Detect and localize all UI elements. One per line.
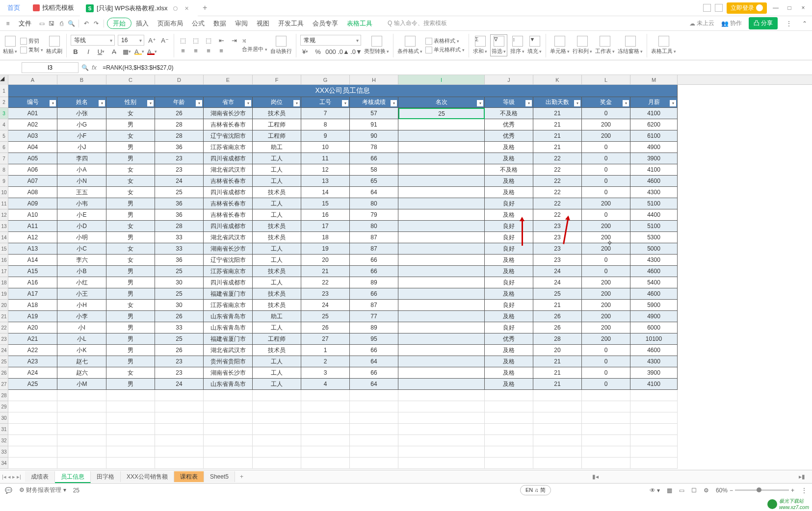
- data-cell[interactable]: 福建省厦门市: [204, 288, 253, 300]
- data-cell[interactable]: 工程师: [253, 130, 301, 142]
- data-cell[interactable]: 5100: [630, 198, 678, 209]
- column-header[interactable]: 编号▾: [8, 97, 57, 108]
- fx-icon[interactable]: fx: [92, 64, 97, 71]
- data-cell[interactable]: 21: [533, 367, 582, 379]
- empty-cell[interactable]: [301, 424, 350, 435]
- data-cell[interactable]: 25: [155, 288, 204, 300]
- fill-button[interactable]: ▼填充▾: [527, 36, 542, 55]
- data-cell[interactable]: 4900: [630, 142, 678, 153]
- cloud-status[interactable]: ☁ 未上云: [689, 19, 714, 27]
- row-header[interactable]: 17: [0, 266, 8, 277]
- share-button[interactable]: 凸 分享: [749, 17, 778, 29]
- row-header[interactable]: 34: [0, 458, 8, 469]
- empty-cell[interactable]: [630, 390, 678, 401]
- empty-cell[interactable]: [301, 446, 350, 458]
- data-cell[interactable]: 22: [533, 209, 582, 221]
- data-cell[interactable]: 25: [301, 311, 350, 322]
- data-cell[interactable]: 女: [106, 187, 155, 198]
- data-cell[interactable]: 男: [106, 232, 155, 243]
- print-icon[interactable]: ⎙: [57, 19, 66, 28]
- grid-icon[interactable]: [715, 4, 723, 12]
- empty-cell[interactable]: [350, 435, 398, 446]
- paste-button[interactable]: 粘贴▾: [3, 36, 17, 55]
- data-cell[interactable]: A22: [8, 345, 57, 356]
- data-cell[interactable]: A20: [8, 322, 57, 333]
- data-cell[interactable]: 男: [106, 198, 155, 209]
- view-page-icon[interactable]: ☐: [691, 487, 697, 494]
- data-cell[interactable]: 23: [533, 255, 582, 266]
- data-cell[interactable]: 3: [301, 367, 350, 379]
- data-cell[interactable]: [398, 277, 485, 288]
- data-cell[interactable]: 工人: [253, 164, 301, 176]
- sum-button[interactable]: Σ求和▾: [473, 36, 487, 55]
- empty-cell[interactable]: [533, 435, 582, 446]
- data-cell[interactable]: 26: [533, 322, 582, 333]
- data-cell[interactable]: 4600: [630, 176, 678, 187]
- data-cell[interactable]: [398, 367, 485, 379]
- data-cell[interactable]: 64: [350, 356, 398, 367]
- data-cell[interactable]: A06: [8, 164, 57, 176]
- empty-cell[interactable]: [204, 390, 253, 401]
- col-header[interactable]: L: [582, 75, 630, 84]
- indent-right-icon[interactable]: ⇥: [229, 36, 239, 45]
- data-cell[interactable]: 及格: [485, 153, 533, 164]
- align-top-icon[interactable]: ⬚: [178, 36, 188, 45]
- data-cell[interactable]: 200: [582, 300, 630, 311]
- data-cell[interactable]: 5400: [630, 277, 678, 288]
- data-cell[interactable]: 26: [301, 322, 350, 333]
- data-cell[interactable]: 4300: [630, 356, 678, 367]
- data-cell[interactable]: 200: [582, 288, 630, 300]
- data-cell[interactable]: 23: [155, 164, 204, 176]
- empty-cell[interactable]: [8, 401, 57, 412]
- data-cell[interactable]: 91: [350, 119, 398, 130]
- column-header[interactable]: 工号▾: [301, 97, 350, 108]
- data-cell[interactable]: 200: [582, 198, 630, 209]
- menu-tab-7[interactable]: 开发工具: [274, 18, 308, 28]
- empty-cell[interactable]: [630, 412, 678, 424]
- data-cell[interactable]: 工人: [253, 153, 301, 164]
- data-cell[interactable]: 12: [301, 164, 350, 176]
- empty-cell[interactable]: [253, 458, 301, 469]
- data-cell[interactable]: 64: [350, 379, 398, 390]
- data-cell[interactable]: 5000: [630, 243, 678, 255]
- empty-cell[interactable]: [533, 458, 582, 469]
- data-cell[interactable]: 0: [582, 379, 630, 390]
- data-cell[interactable]: 77: [350, 311, 398, 322]
- data-cell[interactable]: 女: [106, 255, 155, 266]
- row-header[interactable]: 4: [0, 119, 8, 130]
- empty-cell[interactable]: [8, 446, 57, 458]
- column-header[interactable]: 省市▾: [204, 97, 253, 108]
- data-cell[interactable]: 23: [155, 153, 204, 164]
- data-cell[interactable]: 小I: [57, 322, 106, 333]
- data-cell[interactable]: 87: [350, 232, 398, 243]
- data-cell[interactable]: 小红: [57, 277, 106, 288]
- data-cell[interactable]: A21: [8, 333, 57, 345]
- document-tab[interactable]: S [只读] WPS表格教程.xlsx ×: [80, 0, 198, 16]
- data-cell[interactable]: 及格: [485, 345, 533, 356]
- row-header[interactable]: 12: [0, 209, 8, 221]
- border-button[interactable]: ▦▾: [122, 47, 131, 56]
- empty-cell[interactable]: [533, 412, 582, 424]
- app-menu-icon[interactable]: ≡: [3, 19, 13, 28]
- data-cell[interactable]: 4300: [630, 187, 678, 198]
- col-header[interactable]: E: [204, 75, 253, 84]
- data-cell[interactable]: 200: [582, 119, 630, 130]
- empty-cell[interactable]: [485, 412, 533, 424]
- dec-decimal-icon[interactable]: .0▼: [351, 47, 361, 56]
- more-icon[interactable]: ⋮: [785, 19, 793, 28]
- data-cell[interactable]: 小韦: [57, 198, 106, 209]
- data-cell[interactable]: 山东省青岛市: [204, 379, 253, 390]
- data-cell[interactable]: 李四: [57, 153, 106, 164]
- data-cell[interactable]: 0: [582, 164, 630, 176]
- data-cell[interactable]: 吉林省长春市: [204, 209, 253, 221]
- row-header[interactable]: 5: [0, 130, 8, 142]
- data-cell[interactable]: A19: [8, 311, 57, 322]
- currency-icon[interactable]: ¥▾: [300, 47, 310, 56]
- data-cell[interactable]: 25: [155, 187, 204, 198]
- data-cell[interactable]: [398, 153, 485, 164]
- row-header[interactable]: 15: [0, 243, 8, 255]
- data-cell[interactable]: 工程师: [253, 333, 301, 345]
- data-cell[interactable]: 及格: [485, 209, 533, 221]
- row-header[interactable]: 8: [0, 164, 8, 176]
- data-cell[interactable]: 吉林省长春市: [204, 198, 253, 209]
